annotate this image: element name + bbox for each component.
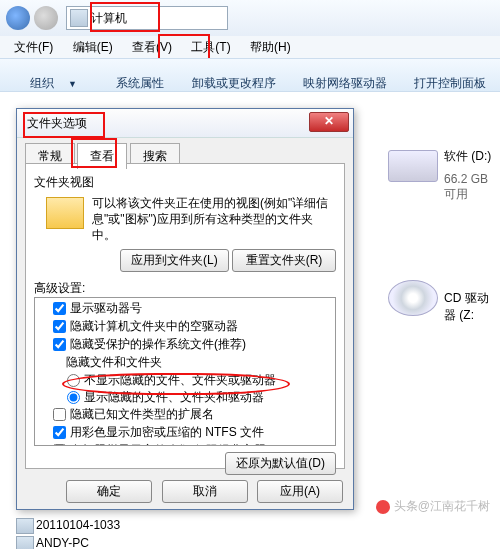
opt-show-drive-letters[interactable]: 显示驱动器号 bbox=[53, 300, 335, 317]
close-button[interactable]: ✕ bbox=[309, 112, 349, 132]
opt-dont-show-hidden[interactable]: 不显示隐藏的文件、文件夹或驱动器 bbox=[67, 372, 335, 389]
computer-icon bbox=[16, 536, 34, 549]
menu-help[interactable]: 帮助(H) bbox=[242, 36, 299, 59]
drive-label-cd: CD 驱动器 (Z: bbox=[444, 290, 500, 324]
menu-edit[interactable]: 编辑(E) bbox=[65, 36, 121, 59]
command-bar: 组织▼ 系统属性 卸载或更改程序 映射网络驱动器 打开控制面板 bbox=[0, 58, 500, 92]
drive-free-software: 66.2 GB 可用 bbox=[444, 172, 500, 203]
annotation-tools-highlight bbox=[158, 34, 210, 60]
cancel-button[interactable]: 取消 bbox=[162, 480, 248, 503]
drive-item-software[interactable] bbox=[388, 150, 438, 182]
uninstall-button[interactable]: 卸载或更改程序 bbox=[180, 67, 288, 100]
tab-panel-view: 文件夹视图 可以将该文件夹正在使用的视图(例如"详细信 息"或"图标")应用到所… bbox=[25, 163, 345, 469]
reset-folders-button[interactable]: 重置文件夹(R) bbox=[232, 249, 336, 272]
cd-drive-icon bbox=[388, 280, 438, 316]
menu-bar: 文件(F) 编辑(E) 查看(V) 工具(T) 帮助(H) bbox=[0, 36, 500, 58]
menu-file[interactable]: 文件(F) bbox=[6, 36, 61, 59]
advanced-settings-list[interactable]: 显示驱动器号 隐藏计算机文件夹中的空驱动器 隐藏受保护的操作系统文件(推荐) 隐… bbox=[34, 297, 336, 446]
dialog-button-row: 确定 取消 应用(A) bbox=[17, 480, 353, 503]
map-network-drive-button[interactable]: 映射网络驱动器 bbox=[291, 67, 399, 100]
folder-views-text: 可以将该文件夹正在使用的视图(例如"详细信 息"或"图标")应用到所有这种类型的… bbox=[92, 195, 328, 243]
watermark: 头条@江南花千树 bbox=[376, 498, 490, 515]
network-computer-2-label: ANDY-PC bbox=[36, 536, 89, 549]
folder-views-label: 文件夹视图 bbox=[34, 174, 336, 191]
nav-back-button[interactable] bbox=[6, 6, 30, 30]
opt-show-hidden[interactable]: 显示隐藏的文件、文件夹和驱动器 bbox=[67, 389, 335, 406]
address-bar: 计算机 bbox=[0, 0, 500, 37]
restore-defaults-button[interactable]: 还原为默认值(D) bbox=[225, 452, 336, 475]
ok-button[interactable]: 确定 bbox=[66, 480, 152, 503]
advanced-settings-label: 高级设置: bbox=[34, 280, 336, 297]
network-computer-1[interactable]: 20110104-1033 bbox=[36, 518, 120, 532]
chevron-down-icon: ▼ bbox=[66, 71, 89, 97]
computer-icon bbox=[16, 518, 34, 534]
opt-hide-protected-os-files[interactable]: 隐藏受保护的操作系统文件(推荐) bbox=[53, 336, 335, 353]
annotation-view-tab-highlight bbox=[71, 138, 117, 168]
folder-options-dialog: 文件夹选项 ✕ 常规 查看 搜索 文件夹视图 可以将该文件夹正在使用的视图(例如… bbox=[16, 108, 354, 510]
network-computer-1-label: 20110104-1033 bbox=[36, 518, 120, 532]
hard-drive-icon bbox=[388, 150, 438, 182]
watermark-logo-icon bbox=[376, 500, 390, 514]
network-computer-2[interactable]: ANDY-PC bbox=[36, 536, 89, 549]
annotation-title-highlight bbox=[23, 112, 105, 138]
opt-ntfs-color[interactable]: 用彩色显示加密或压缩的 NTFS 文件 bbox=[53, 424, 335, 441]
computer-icon bbox=[70, 9, 88, 27]
drive-item-cd[interactable] bbox=[388, 280, 438, 316]
apply-button[interactable]: 应用(A) bbox=[257, 480, 343, 503]
opt-full-path-titlebar[interactable]: 在标题栏显示完整路径(仅限经典主题) bbox=[53, 442, 335, 446]
annotation-address-highlight bbox=[90, 2, 160, 32]
apply-to-folders-button[interactable]: 应用到文件夹(L) bbox=[120, 249, 229, 272]
drive-label-software: 软件 (D:) bbox=[444, 148, 491, 165]
opt-hide-empty-drives[interactable]: 隐藏计算机文件夹中的空驱动器 bbox=[53, 318, 335, 335]
folder-views-icon bbox=[46, 197, 84, 229]
opt-hide-extensions[interactable]: 隐藏已知文件类型的扩展名 bbox=[53, 406, 335, 423]
opt-hidden-files-group: 隐藏文件和文件夹 bbox=[53, 354, 335, 371]
open-control-panel-button[interactable]: 打开控制面板 bbox=[402, 67, 498, 100]
system-properties-button[interactable]: 系统属性 bbox=[104, 67, 176, 100]
nav-forward-button[interactable] bbox=[34, 6, 58, 30]
organize-button[interactable]: 组织▼ bbox=[6, 59, 101, 108]
